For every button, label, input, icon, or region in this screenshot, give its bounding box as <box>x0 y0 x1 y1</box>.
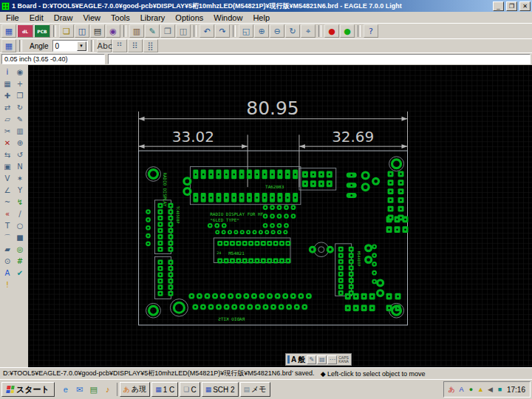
save-button[interactable]: ◫ <box>75 24 89 38</box>
stop-button[interactable]: ● <box>324 24 339 38</box>
task-schematic[interactable]: ▦SCH 2 <box>202 382 239 397</box>
menu-options[interactable]: Options <box>170 13 208 22</box>
menu-draw[interactable]: Draw <box>49 13 78 22</box>
task-notepad[interactable]: ▤メモ <box>240 382 270 397</box>
ratsnest-tool[interactable]: # <box>14 256 26 267</box>
value-tool[interactable]: V <box>1 173 13 184</box>
menu-tools[interactable]: Tools <box>106 13 135 22</box>
ime-pen-button[interactable]: ✎ <box>307 355 316 364</box>
go-button[interactable]: ● <box>340 24 355 38</box>
text-tool[interactable]: T <box>1 220 13 231</box>
load-library-button[interactable]: ▥ <box>129 24 144 38</box>
pattern-fine-button[interactable]: ⣿ <box>143 39 158 52</box>
pattern-coarse-button[interactable]: ⠛ <box>112 39 127 52</box>
mirror-tool[interactable]: ⇄ <box>1 102 13 113</box>
replace-tool[interactable]: ↺ <box>14 149 26 160</box>
lock-tool[interactable]: ▣ <box>1 161 13 172</box>
zoom-select-button[interactable]: ⌖ <box>301 24 316 38</box>
miter-tool[interactable]: ∠ <box>1 185 13 196</box>
menu-help[interactable]: Help <box>248 13 275 22</box>
redo-button[interactable]: ↷ <box>215 24 230 38</box>
start-button[interactable]: スタート <box>1 382 55 397</box>
zoom-in-button[interactable]: ⊕ <box>254 24 269 38</box>
pcb-quote-button[interactable]: PCB <box>34 24 50 38</box>
rotate-tool[interactable]: ↻ <box>14 102 26 113</box>
close-button[interactable]: ✕ <box>519 1 531 11</box>
polygon-tool[interactable]: ▰ <box>1 244 13 255</box>
kana-indicator[interactable]: KANA <box>338 360 349 364</box>
ime-menu-button[interactable]: ⋯ <box>327 355 337 364</box>
drag-handle-icon[interactable] <box>287 355 290 364</box>
ripup-tool[interactable]: « <box>1 208 13 219</box>
name-tool[interactable]: N <box>14 161 26 172</box>
ime-toolbar[interactable]: A 般 ✎▤⋯ CAPS KANA <box>285 353 352 366</box>
copy-tool[interactable]: ❐ <box>14 90 26 101</box>
command-input[interactable] <box>109 55 530 64</box>
rect-tool[interactable]: ■ <box>14 232 26 243</box>
tray-ime[interactable]: あ <box>447 384 457 395</box>
board-canvas[interactable]: 80.95 33.02 32.69 RADIO DISPLAY TA62083 … <box>28 65 532 367</box>
info-tool[interactable]: i <box>1 66 13 78</box>
tray-volume[interactable]: ◀ <box>485 384 495 395</box>
print-button[interactable]: ▤ <box>90 24 105 38</box>
ime-mode-kanji[interactable]: 般 <box>298 355 305 364</box>
task-explorer-2[interactable]: ❏C <box>180 382 200 397</box>
quick-launch-media[interactable]: ♪ <box>101 383 115 396</box>
circle-tool[interactable]: ○ <box>14 220 26 231</box>
menu-window[interactable]: Window <box>208 13 248 22</box>
mark-tool[interactable]: + <box>14 78 26 89</box>
ime-pad-button[interactable]: ▤ <box>317 355 327 364</box>
errors-tool[interactable]: ! <box>1 279 13 290</box>
zoom-out-button[interactable]: ⊖ <box>270 24 284 38</box>
menu-view[interactable]: View <box>78 13 106 22</box>
route-tool[interactable]: ↯ <box>14 197 26 208</box>
via-tool[interactable]: ◎ <box>14 244 26 255</box>
tray-input-a[interactable]: A <box>457 384 466 395</box>
help-button[interactable]: ? <box>364 24 378 38</box>
quick-launch-ie[interactable]: e <box>59 383 72 396</box>
tray-network[interactable]: ■ <box>495 384 505 395</box>
cam-processor-button[interactable]: ◉ <box>106 24 120 38</box>
menu-file[interactable]: File <box>1 13 24 22</box>
delete-tool[interactable]: ✕ <box>1 137 13 149</box>
task-explorer-1[interactable]: ▦1 C <box>151 382 178 397</box>
zoom-redraw-button[interactable]: ↻ <box>285 24 300 38</box>
menu-edit[interactable]: Edit <box>24 13 49 22</box>
menu-library[interactable]: Library <box>135 13 171 22</box>
optimize-tool[interactable]: ~ <box>1 197 13 208</box>
pattern-medium-button[interactable]: ⠿ <box>128 39 143 52</box>
open-button[interactable]: ❏ <box>59 24 74 38</box>
add-tool[interactable]: ⊕ <box>14 137 26 149</box>
ime-mode-letter[interactable]: A <box>291 355 296 364</box>
board-manager-button[interactable]: ▦ <box>1 24 16 38</box>
tray-update[interactable]: ▲ <box>476 384 485 395</box>
display-tool[interactable]: ▦ <box>1 78 13 89</box>
arc-tool[interactable]: ⌒ <box>1 232 13 243</box>
zoom-fit-button[interactable]: ◱ <box>239 24 253 38</box>
change-tool[interactable]: ✎ <box>14 114 26 125</box>
window-cascade-button[interactable]: ❐ <box>160 24 175 38</box>
paste-tool[interactable]: ▥ <box>14 126 26 137</box>
group-tool[interactable]: ▱ <box>1 114 13 125</box>
show-tool[interactable]: ◉ <box>14 66 26 78</box>
quick-launch-mail[interactable]: ✉ <box>73 383 86 396</box>
pcb-drawing[interactable]: 80.95 33.02 32.69 RADIO DISPLAY TA62083 … <box>28 65 532 367</box>
task-ime-pad[interactable]: ああ現 <box>120 382 150 397</box>
tray-antivirus[interactable]: ● <box>466 384 476 395</box>
grid-button[interactable]: ▦ <box>1 39 16 52</box>
undo-button[interactable]: ↶ <box>200 24 214 38</box>
angle-select[interactable]: 0 ▼ <box>52 40 88 52</box>
minimize-button[interactable]: _ <box>493 1 504 11</box>
wire-tool[interactable]: / <box>14 208 26 219</box>
drc-tool[interactable]: ✔ <box>14 267 26 279</box>
split-tool[interactable]: Y <box>14 185 26 196</box>
maximize-button[interactable]: ❐ <box>506 1 517 11</box>
design-link-button[interactable]: dL <box>17 24 33 38</box>
window-tile-button[interactable]: ◫ <box>176 24 191 38</box>
quick-launch-desktop[interactable]: ▤ <box>87 383 100 396</box>
cut-tool[interactable]: ✂ <box>1 126 13 137</box>
smash-tool[interactable]: ✶ <box>14 173 26 184</box>
autorouter-tool[interactable]: A <box>1 267 13 279</box>
run-script-button[interactable]: ✎ <box>145 24 160 38</box>
hole-tool[interactable]: ⊙ <box>1 256 13 267</box>
